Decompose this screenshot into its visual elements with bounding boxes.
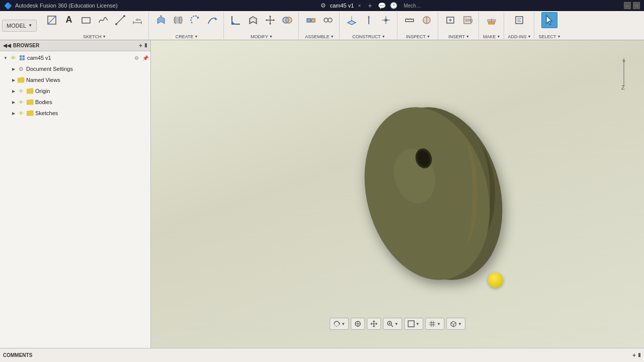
doc-settings-gear-icon: ⚙ [17, 65, 25, 73]
spline-btn[interactable] [95, 12, 111, 28]
maximize-btn[interactable]: □ [633, 2, 640, 9]
select-buttons [541, 12, 557, 28]
dimension-btn[interactable]: dim [129, 12, 145, 28]
window-controls[interactable]: – □ [624, 2, 640, 9]
construct-point-btn[interactable] [378, 12, 394, 28]
insert-svg-btn[interactable] [442, 12, 458, 28]
sketch-btn[interactable] [44, 12, 60, 28]
create-extrude-btn[interactable] [153, 12, 169, 28]
display-mode-btn[interactable]: ▼ [404, 318, 423, 330]
construct-plane-btn[interactable] [344, 12, 360, 28]
browser-header-controls: + ▮ [139, 42, 147, 49]
sketch-buttons: A dim [44, 12, 145, 28]
tree-item-doc-settings[interactable]: ▶ ⚙ Document Settings [0, 63, 150, 74]
text-btn[interactable]: A [61, 12, 77, 28]
named-views-label: Named Views [26, 77, 150, 83]
toolbar-section-sketch: A dim SKETCH ▼ [41, 12, 149, 39]
notifications-icon[interactable]: 💬 [378, 2, 386, 10]
model-dropdown[interactable]: MODEL ▼ [2, 20, 37, 32]
tab-close-icon[interactable]: × [358, 3, 361, 9]
pan-origin-btn[interactable] [351, 318, 365, 330]
modify-shell-btn[interactable] [245, 12, 261, 28]
browser-collapse-icon[interactable]: ◀◀ [3, 43, 11, 48]
modify-label[interactable]: MODIFY ▼ [251, 34, 273, 39]
clock-icon[interactable]: 🕐 [390, 2, 397, 9]
svg-marker-10 [157, 17, 165, 24]
z-axis-indicator: Z [614, 50, 634, 90]
modify-fillet-btn[interactable] [228, 12, 244, 28]
tree-arrow-origin: ▶ [10, 89, 17, 94]
comments-expand-btn[interactable]: ▮ [638, 352, 641, 359]
assemble-joint-btn[interactable] [303, 12, 319, 28]
root-eye-icon: 👁 [9, 54, 17, 62]
insert-canvas-btn[interactable]: img [459, 12, 475, 28]
create-revolve-btn[interactable] [187, 12, 203, 28]
origin-eye-icon: 👁 [17, 87, 25, 95]
create-sweep-btn[interactable] [204, 12, 220, 28]
select-label[interactable]: SELECT ▼ [538, 34, 560, 39]
modify-buttons [228, 12, 295, 28]
create-pipe-btn[interactable] [170, 12, 186, 28]
tree-item-sketches[interactable]: ▶ 👁 Sketches [0, 108, 150, 119]
minimize-btn[interactable]: – [624, 2, 631, 9]
svg-marker-24 [273, 19, 275, 21]
viewport[interactable]: Z ▼ ▼ ▼ ▼ [151, 40, 644, 348]
select-btn[interactable] [541, 12, 557, 28]
tab-bar[interactable]: ⚙ cam45 v1 × + 💬 🕐 Mech… [118, 2, 624, 10]
file-tab-label[interactable]: cam45 v1 [330, 3, 354, 9]
make-label[interactable]: MAKE ▼ [483, 34, 500, 39]
svg-rect-55 [488, 20, 496, 22]
tree-item-named-views[interactable]: ▶ Named Views [0, 74, 150, 85]
modify-combine-btn[interactable] [279, 12, 295, 28]
tree-item-bodies[interactable]: ▶ 👁 Bodies [0, 97, 150, 108]
toolbar-section-assemble: ASSEMBLE ▼ [300, 12, 340, 39]
svg-rect-49 [447, 17, 454, 23]
tab-icon: ⚙ [320, 2, 326, 9]
tree-item-origin[interactable]: ▶ 👁 Origin [0, 85, 150, 97]
sketches-label: Sketches [35, 110, 150, 116]
app-title-area: 🔷 Autodesk Fusion 360 (Education License… [4, 2, 118, 10]
inspect-buttons [401, 12, 435, 28]
svg-point-37 [384, 19, 387, 22]
construct-label[interactable]: CONSTRUCT ▼ [352, 34, 385, 39]
addins-label[interactable]: ADD-INS ▼ [508, 34, 531, 39]
inspect-label[interactable]: INSPECT ▼ [406, 34, 430, 39]
grid-btn[interactable]: ▼ [425, 318, 444, 330]
svg-text:dim: dim [136, 18, 141, 21]
comments-add-btn[interactable]: + [632, 352, 636, 359]
create-label[interactable]: CREATE ▼ [176, 34, 198, 39]
new-tab-btn[interactable]: + [368, 2, 372, 10]
assemble-label[interactable]: ASSEMBLE ▼ [305, 34, 334, 39]
insert-buttons: img [442, 12, 475, 28]
addins-scripts-btn[interactable] [511, 12, 527, 28]
modify-move-btn[interactable] [262, 12, 278, 28]
browser-add-btn[interactable]: + [139, 42, 142, 49]
comments-controls: + ▮ [632, 352, 641, 359]
root-pin-icon[interactable]: 📌 [141, 54, 149, 62]
svg-marker-36 [368, 16, 370, 18]
root-component-icon [18, 54, 26, 62]
pan-btn[interactable] [367, 318, 381, 330]
construct-axis-btn[interactable] [361, 12, 377, 28]
toolbar-section-insert: img INSERT ▼ [439, 12, 479, 39]
assemble-motion-btn[interactable] [320, 12, 336, 28]
sketch-label[interactable]: SKETCH ▼ [83, 34, 106, 39]
insert-label[interactable]: INSERT ▼ [448, 34, 469, 39]
orbit-btn[interactable]: ▼ [330, 318, 349, 330]
tree-item-root[interactable]: ▼ 👁 cam45 v1 ⚙ 📌 [0, 52, 150, 63]
root-settings-icon[interactable]: ⚙ [132, 54, 140, 62]
viewcube-btn[interactable]: ▼ [446, 318, 465, 330]
rectangle-btn[interactable] [78, 12, 94, 28]
inspect-measure-btn[interactable] [401, 12, 418, 28]
svg-text:Z: Z [621, 84, 625, 90]
svg-point-25 [283, 17, 289, 23]
inspect-section-btn[interactable] [419, 12, 435, 28]
toolbar-section-addins: ADD-INS ▼ [505, 12, 535, 39]
zoom-fit-btn[interactable]: ▼ [383, 318, 402, 330]
make-3dprint-btn[interactable] [484, 12, 500, 28]
disk-svg [349, 93, 510, 294]
line-btn[interactable] [112, 12, 128, 28]
origin-folder-icon [26, 87, 34, 95]
browser-expand-btn[interactable]: ▮ [144, 42, 147, 49]
browser-title: BROWSER [13, 43, 39, 48]
